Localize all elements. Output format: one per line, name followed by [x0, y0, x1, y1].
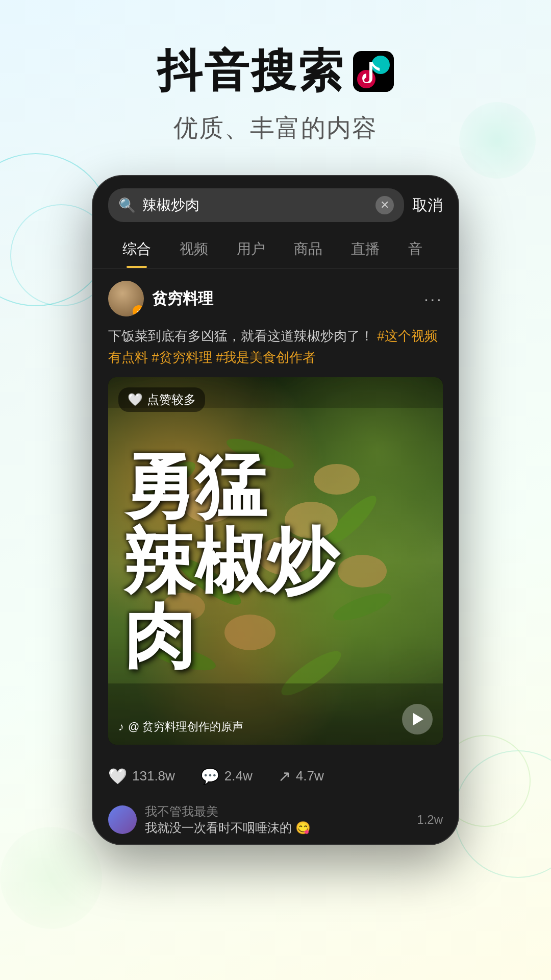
- comment-content: 我不管我最美 我就没一次看时不咽唾沫的 😋: [145, 803, 409, 836]
- tab-视频[interactable]: 视频: [165, 230, 222, 268]
- comment-text: 我就没一次看时不咽唾沫的 😋: [145, 820, 409, 836]
- tab-直播[interactable]: 直播: [337, 230, 394, 268]
- likes-count: 131.8w: [132, 768, 175, 784]
- sound-label-text: @ 贫穷料理创作的原声: [128, 719, 243, 734]
- post-content-area: ✓ 贫穷料理 ··· 下饭菜到底有多凶猛，就看这道辣椒炒肉了！ #这个视频有点料…: [93, 268, 458, 757]
- shares-icon: ↗: [278, 767, 291, 785]
- likes-icon: 🤍: [108, 767, 127, 785]
- phone-container: 🔍 辣椒炒肉 ✕ 取消 综合 视频 用户 商品 直播 音 ✓: [0, 175, 551, 845]
- tab-音[interactable]: 音: [394, 230, 437, 268]
- tab-商品[interactable]: 商品: [280, 230, 337, 268]
- subtitle: 优质、丰富的内容: [0, 112, 551, 144]
- video-overlay-text: 勇猛 辣椒炒 肉: [123, 449, 428, 674]
- stats-bar: 🤍 131.8w 💬 2.4w ↗ 4.7w: [93, 757, 458, 795]
- post-description: 下饭菜到底有多凶猛，就看这道辣椒炒肉了！ #这个视频有点料 #贫穷料理 #我是美…: [108, 326, 443, 368]
- clear-search-button[interactable]: ✕: [375, 196, 394, 214]
- video-thumbnail[interactable]: 🤍 点赞较多 勇猛 辣椒炒 肉 ♪ @ 贫穷料理创作的原声: [108, 377, 443, 745]
- comment-count: 1.2w: [417, 813, 443, 827]
- search-query-text: 辣椒炒肉: [142, 195, 369, 215]
- header-section: 抖音搜索 优质、丰富的内容: [0, 0, 551, 175]
- search-icon: 🔍: [118, 197, 136, 214]
- tab-用户[interactable]: 用户: [222, 230, 280, 268]
- author-avatar: ✓: [108, 281, 144, 316]
- post-main-text: 下饭菜到底有多凶猛，就看这道辣椒炒肉了！: [108, 328, 377, 344]
- verified-badge: ✓: [133, 305, 144, 316]
- shares-count: 4.7w: [296, 768, 324, 784]
- cancel-search-button[interactable]: 取消: [412, 195, 443, 216]
- author-username[interactable]: 贫穷料理: [152, 288, 213, 309]
- search-bar-area: 🔍 辣椒炒肉 ✕ 取消: [93, 176, 458, 230]
- tab-综合[interactable]: 综合: [108, 230, 165, 268]
- comments-count: 2.4w: [224, 768, 253, 784]
- video-text-overlay: 勇猛 辣椒炒 肉: [108, 377, 443, 745]
- commenter-avatar: [108, 805, 137, 834]
- svg-point-2: [357, 70, 375, 88]
- main-title: 抖音搜索: [0, 41, 551, 102]
- shares-stat[interactable]: ↗ 4.7w: [278, 767, 324, 785]
- play-button[interactable]: [402, 704, 433, 734]
- sound-bar: ♪ @ 贫穷料理创作的原声: [118, 719, 243, 734]
- phone-mockup: 🔍 辣椒炒肉 ✕ 取消 综合 视频 用户 商品 直播 音 ✓: [92, 175, 459, 845]
- more-options-button[interactable]: ···: [424, 289, 443, 309]
- play-triangle-icon: [413, 713, 423, 725]
- comment-preview: 我不管我最美 我就没一次看时不咽唾沫的 😋 1.2w: [93, 795, 458, 844]
- comments-icon: 💬: [201, 767, 219, 785]
- tiktok-logo-icon: [353, 51, 394, 92]
- search-input-wrapper[interactable]: 🔍 辣椒炒肉 ✕: [108, 188, 404, 222]
- post-author-info: ✓ 贫穷料理: [108, 281, 213, 316]
- commenter-username: 我不管我最美: [145, 803, 409, 820]
- tiktok-sound-icon: ♪: [118, 720, 124, 733]
- tabs-area: 综合 视频 用户 商品 直播 音: [93, 230, 458, 268]
- comments-stat[interactable]: 💬 2.4w: [201, 767, 253, 785]
- svg-rect-0: [353, 52, 394, 92]
- likes-stat[interactable]: 🤍 131.8w: [108, 767, 175, 785]
- title-text: 抖音搜索: [157, 41, 345, 102]
- post-header: ✓ 贫穷料理 ···: [108, 281, 443, 316]
